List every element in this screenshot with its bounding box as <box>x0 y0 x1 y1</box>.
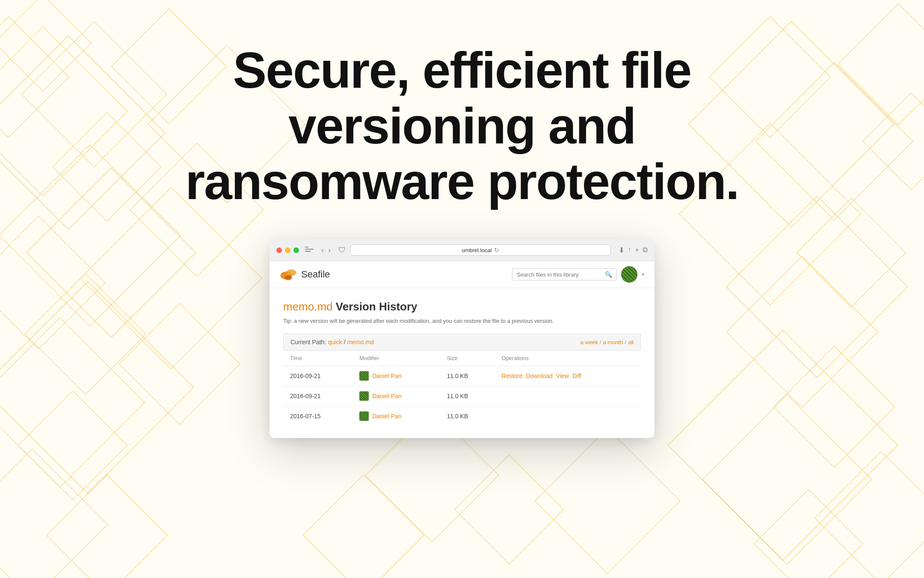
op-diff-link[interactable]: Diff <box>572 372 581 379</box>
minimize-button[interactable] <box>285 247 290 253</box>
path-file-link[interactable]: memo.md <box>347 339 374 346</box>
table-header-row: Time Modifier Size Operations <box>283 351 641 366</box>
cell-time: 2016-09-21 <box>283 386 352 406</box>
cell-time: 2016-09-21 <box>283 366 352 386</box>
tab-overview-button[interactable]: ⧉ <box>643 246 648 254</box>
filter-separator2: / <box>625 339 626 346</box>
sidebar-toggle-line <box>305 249 314 250</box>
col-header-size: Size <box>440 351 495 366</box>
modifier-name[interactable]: Daniel Pan <box>372 413 402 420</box>
modifier-avatar <box>359 371 369 381</box>
app-content: Seafile 🔍 ▾ memo.md <box>270 261 654 438</box>
version-table: Time Modifier Size Operations 2016-09-21… <box>283 351 641 426</box>
filter-all[interactable]: all <box>628 339 634 346</box>
path-separator: / <box>344 339 347 346</box>
share-button[interactable]: ↑ <box>628 246 632 254</box>
cell-modifier: Daniel Pan <box>352 386 440 406</box>
filename-part: memo.md <box>283 300 333 313</box>
user-menu-dropdown-icon[interactable]: ▾ <box>642 271 644 277</box>
seafile-logo-icon <box>280 268 298 281</box>
maximize-button[interactable] <box>293 247 299 253</box>
new-tab-button[interactable]: + <box>635 246 639 254</box>
back-button[interactable]: ‹ <box>320 246 326 255</box>
cell-size: 11.0 KB <box>440 366 495 386</box>
table-row: 2016-07-15 Daniel Pan 11.0 KB <box>283 406 641 426</box>
modifier-name[interactable]: Daniel Pan <box>372 372 402 379</box>
traffic-lights <box>276 247 299 253</box>
time-filters: a week / a month / all <box>580 339 634 346</box>
table-row: 2016-09-21 Daniel Pan 11.0 KB <box>283 386 641 406</box>
path-bar: Current Path: quick / memo.md a week / a… <box>283 334 641 351</box>
url-text: umbrel.local <box>462 247 492 253</box>
modifier-name[interactable]: Daniel Pan <box>372 393 402 399</box>
cell-modifier: Daniel Pan <box>352 366 440 386</box>
seafile-logo[interactable]: Seafile <box>280 268 330 281</box>
url-bar[interactable]: umbrel.local ↻ <box>350 244 611 256</box>
search-box[interactable]: 🔍 <box>512 268 617 280</box>
headline-line1: Secure, efficient file versioning and <box>233 42 691 154</box>
browser-actions: ⬇ ↑ + ⧉ <box>619 246 648 255</box>
headline-text: Secure, efficient file versioning and ra… <box>163 43 761 209</box>
modifier-avatar <box>359 391 369 401</box>
svg-point-40 <box>286 270 296 276</box>
forward-button[interactable]: › <box>326 246 332 255</box>
table-row: 2016-09-21 Daniel Pan 11.0 KBRestoreDown… <box>283 366 641 386</box>
sidebar-toggle-line <box>305 251 311 252</box>
tip-text: Tip: a new version will be generated aft… <box>283 318 641 324</box>
reload-button[interactable]: ↻ <box>494 247 499 253</box>
filter-separator1: / <box>600 339 601 346</box>
svg-point-41 <box>285 275 292 280</box>
page-content: Secure, efficient file versioning and ra… <box>0 0 924 438</box>
path-folder-link[interactable]: quick <box>328 339 342 346</box>
cell-modifier: Daniel Pan <box>352 406 440 426</box>
user-avatar[interactable] <box>621 266 637 283</box>
col-header-time: Time <box>283 351 352 366</box>
close-button[interactable] <box>276 247 282 253</box>
op-restore-link[interactable]: Restore <box>502 372 523 379</box>
browser-window: ‹ › 🛡 umbrel.local ↻ ⬇ ↑ + ⧉ <box>270 239 654 438</box>
search-input[interactable] <box>517 271 602 278</box>
sidebar-toggle-line <box>305 247 308 247</box>
modifier-avatar <box>359 411 369 421</box>
cell-size: 11.0 KB <box>440 386 495 406</box>
cell-time: 2016-07-15 <box>283 406 352 426</box>
cell-operations: RestoreDownloadViewDiff <box>495 366 641 386</box>
security-icon: 🛡 <box>338 246 346 255</box>
headline-line2: ransomware protection. <box>185 153 739 210</box>
download-page-button[interactable]: ⬇ <box>619 246 625 255</box>
sidebar-toggle-button[interactable] <box>305 247 314 253</box>
cell-size: 11.0 KB <box>440 406 495 426</box>
nav-buttons: ‹ › <box>320 246 332 255</box>
filter-month[interactable]: a month <box>603 339 623 346</box>
main-area: memo.md Version History Tip: a new versi… <box>270 288 654 438</box>
page-title: memo.md Version History <box>283 300 641 313</box>
title-rest: Version History <box>333 300 418 313</box>
seafile-brand-name: Seafile <box>301 269 330 280</box>
cell-operations <box>495 386 641 406</box>
current-path: Current Path: quick / memo.md <box>290 338 374 346</box>
headline: Secure, efficient file versioning and ra… <box>163 43 761 209</box>
cell-operations <box>495 406 641 426</box>
app-header: Seafile 🔍 ▾ <box>270 261 654 288</box>
browser-chrome: ‹ › 🛡 umbrel.local ↻ ⬇ ↑ + ⧉ <box>270 239 654 261</box>
path-label: Current Path: <box>290 339 326 346</box>
op-download-link[interactable]: Download <box>526 372 553 379</box>
header-right: 🔍 ▾ <box>512 266 644 283</box>
op-view-link[interactable]: View <box>556 372 569 379</box>
col-header-modifier: Modifier <box>352 351 440 366</box>
col-header-operations: Operations <box>495 351 641 366</box>
search-icon[interactable]: 🔍 <box>605 271 612 278</box>
filter-week[interactable]: a week <box>580 339 598 346</box>
